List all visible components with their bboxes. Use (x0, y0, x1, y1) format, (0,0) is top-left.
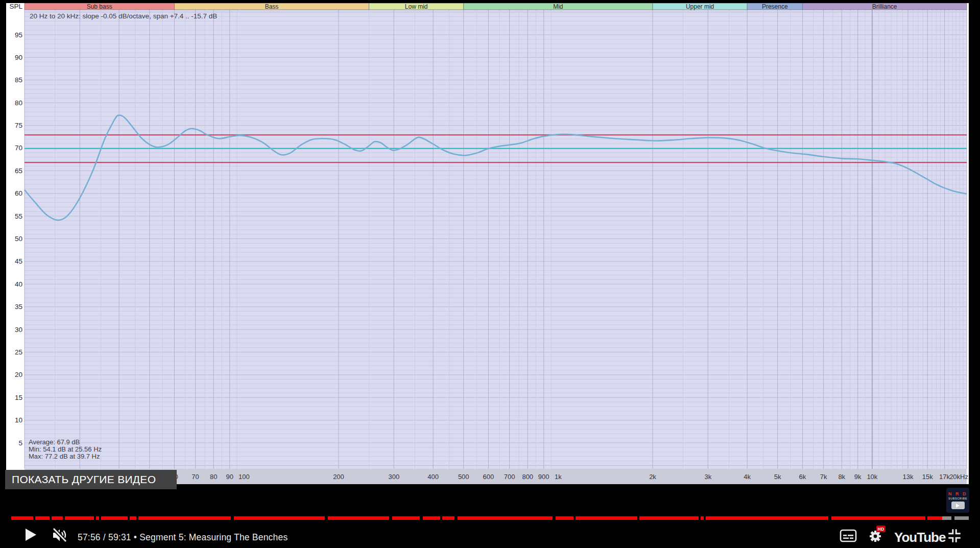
svg-text:9k: 9k (854, 473, 862, 481)
svg-text:2k: 2k (649, 473, 656, 481)
svg-text:SPL: SPL (9, 3, 22, 10)
svg-text:80: 80 (210, 473, 217, 481)
svg-text:Low mid: Low mid (405, 3, 428, 10)
svg-text:8k: 8k (838, 473, 845, 481)
svg-text:Bass: Bass (265, 3, 279, 10)
progress-segment (392, 516, 420, 520)
subscribe-play-icon (951, 502, 965, 509)
youtube-logo[interactable]: YouTube (894, 530, 945, 545)
progress-segment (927, 516, 942, 520)
progress-segment (101, 516, 128, 520)
svg-text:Brilliance: Brilliance (872, 3, 897, 10)
svg-text:70: 70 (192, 473, 199, 481)
svg-text:40: 40 (15, 280, 22, 288)
progress-segment (706, 516, 828, 520)
svg-text:Mid: Mid (553, 3, 563, 10)
svg-text:500: 500 (458, 473, 469, 481)
svg-text:15k: 15k (922, 473, 933, 481)
progress-bar[interactable] (0, 516, 980, 520)
svg-text:Max: 77.2 dB at 39.7 Hz: Max: 77.2 dB at 39.7 Hz (29, 452, 100, 460)
progress-segment (328, 516, 389, 520)
svg-text:Sub bass: Sub bass (87, 3, 112, 10)
svg-text:50: 50 (15, 235, 22, 243)
svg-text:Presence: Presence (762, 3, 788, 10)
svg-text:10k: 10k (867, 473, 877, 481)
svg-text:10: 10 (15, 416, 22, 424)
mute-button[interactable] (52, 528, 68, 543)
progress-segment (138, 516, 231, 520)
svg-text:60: 60 (15, 189, 22, 197)
svg-text:90: 90 (15, 54, 22, 61)
play-button[interactable] (26, 529, 38, 541)
svg-text:25: 25 (15, 348, 22, 356)
show-other-videos-button[interactable]: ПОКАЗАТЬ ДРУГИЕ ВИДЕО (5, 470, 177, 489)
time-and-chapter-display: 57:56 / 59:31 • Segment 5: Measuring The… (78, 532, 288, 543)
progress-segment (234, 516, 325, 520)
progress-segment (65, 516, 94, 520)
svg-text:6k: 6k (799, 473, 806, 481)
svg-text:5k: 5k (774, 473, 781, 481)
svg-text:20kHz: 20kHz (949, 473, 968, 481)
svg-text:15: 15 (15, 394, 22, 401)
spl-frequency-chart: Sub bassBassLow midMidUpper midPresenceB… (6, 3, 969, 486)
svg-text:35: 35 (15, 303, 22, 311)
svg-text:300: 300 (388, 473, 399, 481)
exit-fullscreen-icon (946, 528, 963, 544)
progress-segment (11, 516, 33, 520)
volume-muted-icon (52, 528, 68, 543)
svg-text:20: 20 (15, 371, 22, 378)
hd-quality-badge: HD (876, 526, 886, 532)
svg-text:80: 80 (15, 99, 22, 107)
progress-segment (701, 516, 704, 520)
captions-icon (840, 529, 857, 542)
show-other-videos-label: ПОКАЗАТЬ ДРУГИЕ ВИДЕО (12, 473, 156, 486)
play-icon (26, 529, 36, 541)
svg-text:30: 30 (15, 326, 22, 333)
progress-segment (96, 516, 99, 520)
time-display: 57:56 / 59:31 (78, 532, 131, 542)
progress-segment (556, 516, 573, 520)
progress-segment (442, 516, 455, 520)
svg-text:4k: 4k (744, 473, 751, 481)
svg-text:90: 90 (226, 473, 233, 481)
svg-text:800: 800 (522, 473, 533, 481)
svg-text:100: 100 (238, 473, 250, 481)
svg-text:55: 55 (15, 212, 22, 220)
svg-text:70: 70 (15, 144, 22, 152)
svg-text:200: 200 (333, 473, 344, 481)
progress-segment (35, 516, 50, 520)
video-player: Sub bassBassLow midMidUpper midPresenceB… (0, 0, 980, 548)
svg-text:65: 65 (15, 167, 22, 175)
svg-text:Min: 54.1 dB at 25.56 Hz: Min: 54.1 dB at 25.56 Hz (29, 445, 102, 453)
captions-button[interactable] (840, 529, 857, 542)
svg-text:85: 85 (15, 76, 22, 84)
svg-text:Upper mid: Upper mid (686, 3, 714, 10)
svg-text:75: 75 (15, 122, 22, 129)
svg-text:45: 45 (15, 257, 22, 265)
channel-watermark-subscribe[interactable]: N R D SUBSCRIBE (946, 488, 969, 513)
progress-segment (831, 516, 925, 520)
svg-text:13k: 13k (902, 473, 913, 481)
chapter-title: Segment 5: Measuring The Benches (139, 532, 288, 542)
progress-segment (576, 516, 637, 520)
progress-segment (954, 516, 969, 520)
exit-fullscreen-button[interactable] (946, 528, 963, 544)
progress-segment (52, 516, 63, 520)
svg-text:400: 400 (427, 473, 439, 481)
svg-text:20 Hz to 20 kHz: slope -0.05 d: 20 Hz to 20 kHz: slope -0.05 dB/octave, … (30, 12, 217, 20)
progress-segment (458, 516, 553, 520)
svg-text:Average: 67.9 dB: Average: 67.9 dB (29, 438, 80, 446)
svg-text:17k: 17k (939, 473, 950, 481)
progress-segment (423, 516, 440, 520)
svg-text:95: 95 (15, 31, 22, 39)
svg-text:7k: 7k (820, 473, 827, 481)
svg-text:700: 700 (504, 473, 515, 481)
svg-text:900: 900 (538, 473, 549, 481)
spl-chart-video-frame: Sub bassBassLow midMidUpper midPresenceB… (6, 3, 969, 484)
svg-text:600: 600 (483, 473, 494, 481)
watermark-subscribe-label: SUBSCRIBE (948, 497, 967, 500)
svg-text:3k: 3k (704, 473, 711, 481)
svg-text:5: 5 (18, 439, 22, 447)
progress-segment (942, 516, 951, 520)
progress-segment (130, 516, 136, 520)
